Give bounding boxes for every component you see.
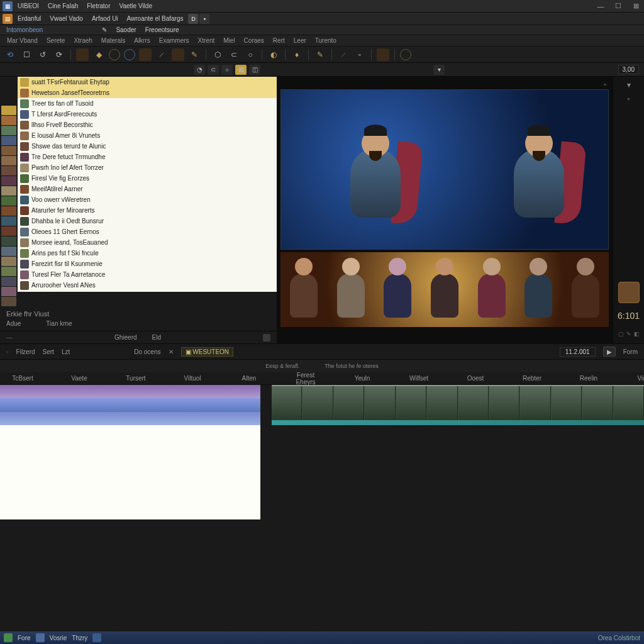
collapse-icon[interactable]: ▫	[604, 80, 606, 88]
asset-icon[interactable]	[76, 48, 89, 61]
menu-item[interactable]: Awroante el Bafargs	[123, 14, 187, 23]
book-icon[interactable]	[618, 282, 640, 303]
asset-tree[interactable]: suatt TFsrFehtaruuit EhytapHewetson Jans…	[18, 77, 277, 292]
asset-icon[interactable]	[124, 49, 135, 60]
play-button[interactable]: ▶	[603, 347, 616, 357]
taskbar-item[interactable]: Vosrie	[50, 635, 67, 641]
maximize-icon[interactable]: ☐	[613, 2, 624, 11]
tool-icon[interactable]: ⟲	[4, 48, 16, 61]
tool-icon[interactable]: ⬡	[211, 48, 224, 61]
mode-indicator[interactable]: ▣ WESUTEON	[181, 347, 234, 357]
menu-item[interactable]: Vwael Vado	[46, 14, 87, 23]
subnav-item[interactable]: Rert	[270, 37, 288, 44]
timeline-col[interactable]: Viltuol	[174, 375, 211, 382]
timeline-col[interactable]: ViuOt	[626, 375, 644, 382]
taskbar-item[interactable]: Fore	[18, 635, 31, 641]
strip-icon[interactable]: ⊂	[208, 65, 219, 75]
thumbnail[interactable]	[1, 287, 16, 296]
tree-item[interactable]: Farezirt fisr til Ksunmenie	[18, 258, 277, 269]
tool-icon[interactable]: ⟳	[53, 48, 65, 61]
mode-icon[interactable]: D	[188, 14, 198, 24]
mini-controls[interactable]: ▢✎◧	[618, 331, 640, 337]
taskbar-icon[interactable]	[92, 633, 101, 642]
strip-icon[interactable]: ⟐	[221, 65, 233, 75]
tool-icon[interactable]: ✎	[314, 48, 326, 61]
dropdown-icon[interactable]: ▾	[433, 65, 445, 75]
asset-icon[interactable]	[172, 48, 184, 61]
timeline-col[interactable]: Ferest Eheyrs	[287, 372, 325, 386]
timeline-col[interactable]: Tursert	[117, 375, 155, 382]
taskbar-item[interactable]: Thzry	[72, 635, 87, 641]
preview-secondary[interactable]	[280, 252, 609, 327]
thumbnail[interactable]	[1, 267, 16, 276]
subnav-item[interactable]: Serete	[43, 37, 68, 44]
mode-icon-alt[interactable]: ▪	[199, 14, 209, 24]
subnav-item[interactable]: Mar Vband	[4, 37, 41, 44]
tree-item[interactable]: T Lferst AsrdFrerecouts	[18, 109, 277, 119]
tree-item[interactable]: suatt TFsrFehtaruuit Ehytap	[18, 77, 277, 87]
thumbnail[interactable]	[1, 236, 16, 246]
tree-item[interactable]: Voo owerr vWeretren	[18, 194, 277, 205]
tree-item[interactable]: Treer tis fan olf Tusoid	[18, 98, 277, 109]
thumbnail[interactable]	[1, 186, 16, 196]
tree-item[interactable]: Dhahba le ii Oedt Bunsrur	[18, 216, 277, 226]
track-right[interactable]	[272, 385, 644, 425]
tool-icon[interactable]	[400, 49, 411, 60]
thumbnail[interactable]	[1, 277, 16, 286]
tree-item[interactable]: E lousal Amer 8i Vrunets	[18, 130, 277, 141]
tree-item[interactable]: MeeifAtilrel Aarner	[18, 184, 277, 194]
menu-item[interactable]: Vaetle Vilde	[116, 1, 156, 11]
thumbnail[interactable]	[1, 226, 16, 236]
sub-menu-item[interactable]: Freoeotsure	[142, 25, 183, 35]
tool-icon[interactable]: ⊂	[228, 48, 240, 61]
thumbnail[interactable]	[1, 136, 16, 145]
subnav-item[interactable]: Exammers	[156, 37, 192, 44]
taskbar-icon[interactable]	[4, 633, 13, 642]
app-icon[interactable]: ▦	[3, 1, 13, 11]
timecode-display[interactable]: 11.2.001	[560, 347, 596, 357]
track-left[interactable]	[0, 385, 260, 425]
thumbnail[interactable]	[1, 257, 16, 266]
menu-item[interactable]: Arfaod Ui	[88, 14, 122, 23]
timeline-col[interactable]: Wilfset	[400, 375, 438, 382]
tree-item[interactable]: Oleoes 11 Ghert Eernos	[18, 226, 277, 237]
thumbnail[interactable]	[1, 126, 16, 135]
strip-icon[interactable]: ◫	[249, 65, 260, 75]
minimize-icon[interactable]: —	[595, 2, 606, 11]
audio-clip[interactable]	[272, 420, 644, 425]
gutter-icon[interactable]: ▫	[625, 94, 633, 103]
tool-icon[interactable]: ↺	[36, 48, 49, 61]
asset-icon[interactable]: ◆	[92, 48, 105, 61]
tree-item[interactable]: Tre Dere fetuct Trrmundhe	[18, 152, 277, 162]
tree-item[interactable]: Hewetson JansefTeeoretrns	[18, 87, 277, 98]
timeline-col[interactable]: TcBsert	[4, 375, 42, 382]
asset-icon[interactable]: ✎	[188, 48, 201, 61]
preview-main[interactable]	[280, 89, 609, 250]
gutter-icon[interactable]: ▾	[625, 80, 633, 89]
file-icon[interactable]: ▤	[3, 14, 13, 24]
tree-item[interactable]: Arrurooher Vesnl ANes	[18, 280, 277, 291]
tool-icon[interactable]	[377, 48, 389, 61]
sub-menu-item[interactable]: Saoder	[112, 25, 140, 35]
close-icon[interactable]: ✕	[169, 348, 174, 355]
asset-icon[interactable]	[139, 48, 152, 61]
settings-icon[interactable]: ⊞	[630, 2, 641, 11]
tool-icon[interactable]: ○	[244, 48, 257, 61]
grid-icon[interactable]	[263, 334, 270, 341]
transport-label[interactable]: Sert	[43, 348, 54, 355]
asset-icon[interactable]: ⟋	[155, 48, 168, 61]
tree-item[interactable]: Shswe das terurd te Alunic	[18, 141, 277, 152]
thumbnail[interactable]	[1, 166, 16, 175]
subnav-item[interactable]: Miel	[220, 37, 238, 44]
tool-icon[interactable]: ⟋	[337, 48, 350, 61]
tool-icon[interactable]: ☐	[20, 48, 33, 61]
timeline-col[interactable]: Reelin	[570, 375, 608, 382]
thumbnail[interactable]	[1, 116, 16, 125]
track-clip[interactable]	[0, 385, 260, 398]
transport-label[interactable]: Lzt	[62, 348, 70, 355]
timeline-tracks[interactable]	[0, 385, 644, 425]
tree-item[interactable]: Turesl Fler Ta Aarretanoce	[18, 269, 277, 280]
transport-label[interactable]: Form	[623, 348, 638, 355]
tree-item[interactable]: Pwsrh Ino lef Afert Torrzer	[18, 162, 277, 173]
subnav-item[interactable]: Alkrrs	[131, 37, 153, 44]
